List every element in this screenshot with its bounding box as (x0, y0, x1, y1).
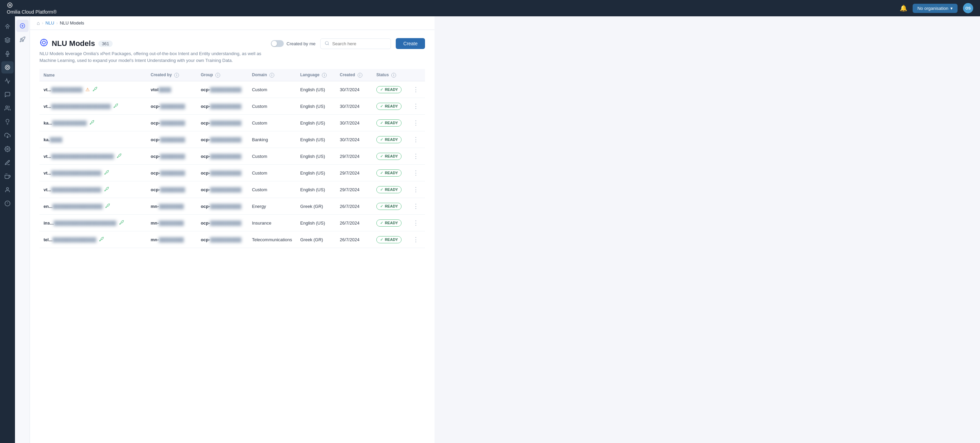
more-options-button[interactable]: ⋮ (411, 218, 421, 227)
created-by-me-toggle[interactable] (271, 40, 284, 47)
brand-name: Omilia Cloud Platform® (7, 9, 56, 14)
status-info-icon[interactable]: i (391, 73, 396, 78)
search-input[interactable] (332, 41, 387, 46)
check-icon: ✓ (380, 171, 383, 175)
sidebar-item-home[interactable] (2, 21, 14, 33)
more-options-button[interactable]: ⋮ (411, 85, 421, 94)
org-selector-label: No organisation (917, 6, 948, 11)
table-header-row: Name Created by i Group i Domain i Langu… (40, 69, 425, 81)
cell-created-by: ocp-████████ (147, 98, 197, 115)
created-by-info-icon[interactable]: i (174, 73, 179, 78)
sidebar-item-analytics[interactable] (2, 75, 14, 87)
cell-created-by: ocp-████████ (147, 181, 197, 198)
panel-icon-rocket[interactable] (16, 33, 29, 46)
domain-info-icon[interactable]: i (269, 73, 274, 78)
language-info-icon[interactable]: i (322, 73, 327, 78)
cell-status: ✓READY (372, 181, 407, 198)
table-row: ka...███████████ocp-████████ocp-████████… (40, 115, 425, 131)
cell-created-by: mn-████████ (147, 198, 197, 215)
ready-badge: ✓READY (376, 170, 402, 176)
svg-point-6 (6, 66, 8, 68)
cell-name: vt...████████████████ (40, 165, 147, 181)
cell-created-by: ocp-████████ (147, 148, 197, 165)
sidebar-item-microphone[interactable] (2, 48, 14, 60)
cell-language: English (US) (296, 165, 336, 181)
sidebar-item-chat[interactable] (2, 89, 14, 101)
more-options-button[interactable]: ⋮ (411, 185, 421, 194)
svg-point-5 (5, 65, 10, 70)
created-info-icon[interactable]: i (358, 73, 363, 78)
sidebar-item-layers[interactable] (2, 34, 14, 46)
more-options-button[interactable]: ⋮ (411, 152, 421, 160)
name-cell-content: vt...████████████████ (43, 170, 143, 176)
breadcrumb-sep-1: › (42, 21, 43, 25)
cell-group: ocp-██████████ (197, 165, 248, 181)
header-actions: Created by me Create (271, 38, 425, 49)
model-name: vt...████████████████ (43, 187, 102, 192)
sidebar-item-nlu[interactable] (2, 61, 14, 73)
cell-language: Greek (GR) (296, 231, 336, 248)
name-cell-content: vt...████████████████████ (43, 154, 143, 159)
cell-actions: ⋮ (407, 198, 425, 215)
page-header: NLU Models 361 NLU Models leverage Omili… (40, 38, 425, 64)
col-header-actions (407, 69, 425, 81)
model-name: vt...██████████ (43, 87, 83, 92)
cell-created-by: ocp-████████ (147, 131, 197, 148)
table-row: ins...████████████████████mn-████████ocp… (40, 215, 425, 231)
svg-marker-1 (5, 38, 10, 40)
org-selector-button[interactable]: No organisation ▾ (913, 4, 958, 13)
svg-rect-2 (7, 51, 8, 54)
check-icon: ✓ (380, 104, 383, 108)
cell-group: ocp-██████████ (197, 98, 248, 115)
sidebar-narrow (0, 16, 15, 443)
cell-status: ✓READY (372, 81, 407, 98)
sidebar-item-settings[interactable] (2, 143, 14, 155)
cell-actions: ⋮ (407, 165, 425, 181)
more-options-button[interactable]: ⋮ (411, 168, 421, 177)
sidebar-item-plug[interactable] (2, 170, 14, 183)
col-header-name: Name (40, 69, 147, 81)
ready-badge: ✓READY (376, 219, 402, 227)
ready-badge: ✓READY (376, 136, 402, 143)
notification-bell-icon[interactable]: 🔔 (900, 5, 907, 12)
sidebar-item-lightbulb[interactable] (2, 116, 14, 128)
group-info-icon[interactable]: i (215, 73, 220, 78)
cell-created-date: 30/7/2024 (336, 115, 372, 131)
sidebar-item-info[interactable] (2, 197, 14, 210)
name-cell-content: vt...███████████████████ (43, 103, 143, 109)
model-name: vt...████████████████ (43, 170, 102, 176)
search-box[interactable] (320, 38, 391, 49)
cell-created-date: 26/7/2024 (336, 198, 372, 215)
table-row: tel...██████████████mn-████████ocp-█████… (40, 231, 425, 248)
cell-domain: Custom (248, 115, 296, 131)
model-name: en...████████████████ (43, 204, 102, 209)
check-icon: ✓ (380, 87, 383, 92)
breadcrumb-nlu-link[interactable]: NLU (45, 21, 54, 25)
more-options-button[interactable]: ⋮ (411, 235, 421, 244)
svg-point-20 (43, 41, 46, 44)
cell-language: English (US) (296, 98, 336, 115)
rocket-icon (119, 220, 124, 226)
page-title: NLU Models (52, 39, 95, 48)
panel-icon-nlu-brain[interactable] (16, 20, 29, 32)
cell-name: ka.████ (40, 131, 147, 148)
svg-line-26 (328, 44, 329, 45)
breadcrumb-home-icon[interactable]: ⌂ (37, 20, 40, 26)
more-options-button[interactable]: ⋮ (411, 135, 421, 144)
sidebar-item-cloud[interactable] (2, 129, 14, 141)
cell-group: ocp-██████████ (197, 198, 248, 215)
more-options-button[interactable]: ⋮ (411, 102, 421, 111)
create-button[interactable]: Create (396, 38, 425, 49)
cell-status: ✓READY (372, 198, 407, 215)
user-avatar[interactable]: OS (963, 3, 973, 13)
rocket-icon (89, 120, 94, 126)
more-options-button[interactable]: ⋮ (411, 118, 421, 127)
sidebar-item-person[interactable] (2, 184, 14, 196)
cell-domain: Custom (248, 81, 296, 98)
sidebar-item-settings-alt[interactable] (2, 157, 14, 169)
sidebar-item-users[interactable] (2, 102, 14, 114)
cell-actions: ⋮ (407, 215, 425, 231)
check-icon: ✓ (380, 204, 383, 208)
cell-group: ocp-██████████ (197, 215, 248, 231)
more-options-button[interactable]: ⋮ (411, 202, 421, 211)
